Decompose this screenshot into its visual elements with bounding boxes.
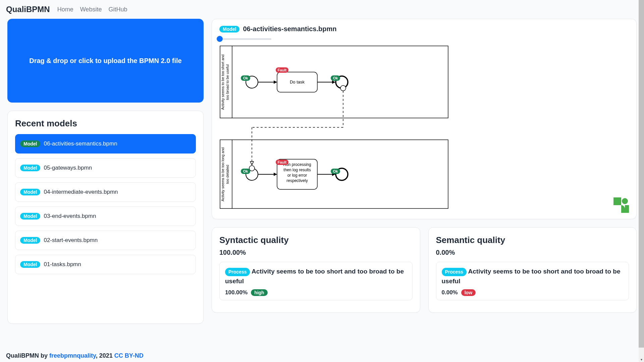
svg-text:Ok: Ok bbox=[243, 169, 249, 173]
upload-dropzone[interactable]: Drag & drop or click to upload the BPMN … bbox=[7, 19, 204, 103]
model-item-01[interactable]: Model 01-tasks.bpmn bbox=[15, 255, 196, 274]
viewer-filename: 06-activities-semantics.bpmn bbox=[243, 25, 336, 33]
scroll-thumb[interactable] bbox=[639, 0, 644, 348]
viewer-badge: Model bbox=[219, 26, 239, 33]
rating-badge: low bbox=[461, 289, 476, 296]
footer-author-link[interactable]: freebpmnquality bbox=[49, 352, 96, 359]
model-name: 06-activities-semantics.bpmn bbox=[44, 140, 117, 147]
svg-text:Activity seems to be too short: Activity seems to be too short and bbox=[221, 54, 225, 110]
svg-point-28 bbox=[249, 166, 255, 171]
svg-text:Ok: Ok bbox=[333, 76, 338, 80]
svg-marker-8 bbox=[274, 80, 277, 84]
page-scrollbar[interactable]: ▴ ▾ bbox=[639, 0, 644, 362]
svg-text:Activity seems to be too long : Activity seems to be too long and bbox=[221, 147, 225, 201]
syntactic-item[interactable]: Process Activity seems to be too short a… bbox=[219, 262, 413, 300]
model-item-02[interactable]: Model 02-start-events.bpmn bbox=[15, 231, 196, 250]
model-item-04[interactable]: Model 04-intermediate-events.bpmn bbox=[15, 182, 196, 202]
svg-text:Do task: Do task bbox=[290, 79, 305, 84]
semantic-item-text: Activity seems to be too short and too b… bbox=[442, 268, 621, 285]
model-name: 05-gateways.bpmn bbox=[44, 165, 92, 171]
nav-links: Home Website GitHub bbox=[57, 6, 127, 13]
semantic-quality-card: Semantic quality 0.00% Process Activity … bbox=[428, 227, 637, 313]
footer: QualiBPMN by freebpmnquality, 2021 CC BY… bbox=[6, 352, 144, 359]
syntactic-title: Syntactic quality bbox=[219, 235, 413, 245]
model-name: 03-end-events.bpmn bbox=[44, 213, 96, 220]
process-badge: Process bbox=[442, 268, 467, 276]
svg-rect-46 bbox=[621, 205, 629, 213]
svg-point-47 bbox=[622, 198, 628, 204]
recent-title: Recent models bbox=[15, 118, 197, 129]
model-name: 01-tasks.bpmn bbox=[44, 261, 81, 268]
zoom-slider[interactable] bbox=[219, 38, 629, 40]
model-badge: Model bbox=[20, 140, 40, 147]
upload-text: Drag & drop or click to upload the BPMN … bbox=[29, 57, 182, 65]
svg-text:respectively: respectively bbox=[286, 178, 308, 183]
recent-models-card: Recent models Model 06-activities-semant… bbox=[7, 111, 204, 324]
svg-marker-32 bbox=[274, 173, 277, 176]
svg-text:Ok: Ok bbox=[243, 76, 249, 80]
scroll-down-icon[interactable]: ▾ bbox=[639, 357, 644, 362]
model-badge: Model bbox=[20, 261, 40, 268]
syntactic-item-text: Activity seems to be too short and too b… bbox=[225, 268, 404, 285]
svg-text:then log results: then log results bbox=[283, 168, 311, 172]
semantic-title: Semantic quality bbox=[436, 235, 629, 245]
model-name: 04-intermediate-events.bpmn bbox=[44, 189, 118, 195]
svg-text:too broad to be useful: too broad to be useful bbox=[225, 64, 229, 100]
bpmn-diagram[interactable]: Activity seems to be too short and too b… bbox=[219, 45, 629, 213]
model-badge: Model bbox=[20, 213, 40, 220]
navbar: QualiBPMN Home Website GitHub bbox=[0, 0, 644, 19]
semantic-item[interactable]: Process Activity seems to be too short a… bbox=[436, 262, 629, 300]
slider-thumb[interactable] bbox=[217, 36, 223, 42]
semantic-pct: 0.00% bbox=[436, 249, 629, 256]
svg-rect-45 bbox=[613, 197, 621, 205]
syntactic-quality-card: Syntactic quality 100.00% Process Activi… bbox=[212, 227, 420, 313]
svg-marker-26 bbox=[250, 162, 254, 165]
svg-text:too detailed: too detailed bbox=[225, 165, 229, 184]
semantic-item-pct: 0.00% bbox=[442, 289, 458, 296]
model-item-06[interactable]: Model 06-activities-semantics.bpmn bbox=[15, 134, 196, 154]
syntactic-pct: 100.00% bbox=[219, 249, 413, 256]
svg-marker-14 bbox=[332, 80, 335, 84]
svg-text:or log error: or log error bbox=[287, 173, 307, 178]
svg-text:Fault: Fault bbox=[278, 160, 287, 164]
rating-badge: high bbox=[251, 289, 268, 296]
model-item-05[interactable]: Model 05-gateways.bpmn bbox=[15, 158, 196, 178]
recent-list[interactable]: Model 06-activities-semantics.bpmn Model… bbox=[15, 134, 197, 275]
process-badge: Process bbox=[225, 268, 250, 276]
brand[interactable]: QualiBPMN bbox=[6, 5, 50, 14]
nav-link-home[interactable]: Home bbox=[57, 6, 73, 13]
svg-text:Ok: Ok bbox=[333, 169, 338, 173]
syntactic-item-pct: 100.00% bbox=[225, 289, 248, 296]
nav-link-github[interactable]: GitHub bbox=[108, 6, 127, 13]
model-name: 02-start-events.bpmn bbox=[44, 237, 98, 244]
svg-point-18 bbox=[340, 85, 346, 91]
model-badge: Model bbox=[20, 189, 40, 195]
nav-link-website[interactable]: Website bbox=[80, 6, 102, 13]
model-badge: Model bbox=[20, 237, 40, 244]
svg-text:Fault: Fault bbox=[278, 68, 287, 72]
model-badge: Model bbox=[20, 165, 40, 171]
viewer-card: Model 06-activities-semantics.bpmn Activ… bbox=[212, 19, 637, 219]
footer-license-link[interactable]: CC BY-ND bbox=[114, 352, 144, 359]
model-item-03[interactable]: Model 03-end-events.bpmn bbox=[15, 206, 196, 226]
bpmn-io-logo-icon[interactable] bbox=[613, 197, 629, 213]
